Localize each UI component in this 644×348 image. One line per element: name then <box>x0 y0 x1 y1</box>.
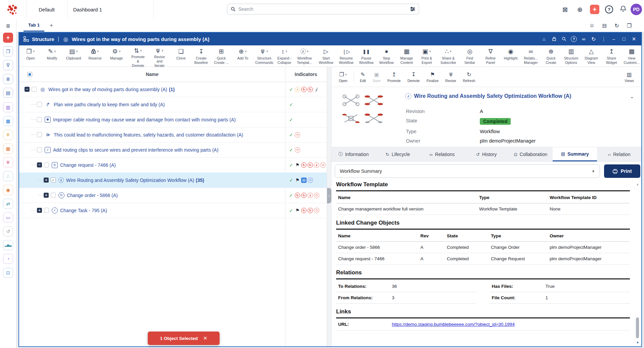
export-table-icon[interactable]: ⊠ <box>560 5 570 14</box>
search-window-icon[interactable] <box>561 35 567 43</box>
table-row[interactable]: + ✓ Change Task - 795 (A) ✓ ⚑ ↻ ↻ ◷ <box>19 203 327 218</box>
row-checkbox[interactable] <box>44 162 49 167</box>
row-checkbox-checked[interactable]: ✓ <box>51 178 56 183</box>
user-avatar[interactable]: PD <box>631 4 642 15</box>
tab-relations[interactable]: ∞Relations <box>420 147 464 161</box>
expand-collapse-button[interactable]: ↕∨Expand - Collapse <box>274 45 294 67</box>
create-baseline-button[interactable]: ↧Create Baseline <box>191 45 211 67</box>
sidebar-item-viewer[interactable]: ◉ <box>3 185 13 195</box>
quick-add-button[interactable]: + <box>590 5 599 14</box>
tab-collaboration[interactable]: ΩCollaboration <box>508 147 553 161</box>
table-row[interactable]: + ↻ Change order - 5866 (A) ✓ ↻ ↻ z ◷ <box>19 188 327 203</box>
close-icon[interactable]: ✕ <box>631 35 637 43</box>
open-button[interactable]: ❐∨Open <box>20 45 41 67</box>
table-row[interactable]: − ◎ Wires got in the way of moving parts… <box>19 82 327 97</box>
expand-toggle[interactable]: + <box>44 178 49 183</box>
reserve-button[interactable]: ∨Reserve <box>85 45 105 67</box>
indicators-column-header[interactable]: Indicators <box>285 67 327 82</box>
views-button[interactable]: ▥Views <box>622 70 637 84</box>
row-checkbox[interactable] <box>37 117 42 122</box>
quick-create-plus-button[interactable]: ⊕Quick Create <box>541 45 561 67</box>
tab-information[interactable]: ⓘInformation <box>331 147 376 161</box>
print-export-button[interactable]: ▣∨Print & Export <box>417 45 437 67</box>
pane-splitter[interactable]: › <box>327 67 331 346</box>
view-customization-button[interactable]: ▩View Customi... <box>622 45 642 67</box>
search-input[interactable]: Search <box>227 4 419 14</box>
highlight-button[interactable]: ◉Highlight <box>501 45 521 67</box>
window-layout-icon[interactable]: ❐ <box>625 22 634 30</box>
finalize-button[interactable]: ⚑Finalize <box>424 70 441 84</box>
toast-close-icon[interactable]: ✕ <box>203 335 208 341</box>
promote-button[interactable]: ↥Promote <box>385 70 404 84</box>
refresh-icon[interactable]: ↻ <box>612 22 621 30</box>
row-checkbox[interactable] <box>32 87 37 92</box>
diagram-view-button[interactable]: △Diagram View <box>581 45 601 67</box>
sidebar-item-chart[interactable]: ▂▅▃ <box>3 240 13 250</box>
tab-tab1[interactable]: Tab 1 <box>24 19 44 32</box>
collapse-detail-chevron-icon[interactable]: ⌄ <box>630 94 634 99</box>
table-row-selected[interactable]: + ✓ z Wire Routing and Assembly Safety O… <box>19 172 327 188</box>
sidebar-item-merge[interactable]: ⇄ <box>3 199 13 209</box>
share-widget-button[interactable]: ↥Share Widget <box>601 45 622 67</box>
tab-lifecycle[interactable]: ↻Lifecycle <box>376 147 420 161</box>
sidebar-item-board[interactable]: ▦ <box>3 144 13 154</box>
row-checkbox[interactable] <box>37 147 42 152</box>
scroll-up-arrow-icon[interactable]: ▲ <box>635 183 640 186</box>
sidebar-item-history[interactable]: ↺ <box>3 226 13 236</box>
relationship-manager-button[interactable]: ∞Relatio... Manager <box>521 45 541 67</box>
clipboard-button[interactable]: ▤∨Clipboard <box>63 45 84 67</box>
sidebar-item-notes[interactable]: ▤ <box>3 88 13 98</box>
quick-create-button[interactable]: ⊞Quick Create ... <box>211 45 231 67</box>
refresh-button[interactable]: ↻Refresh <box>460 70 478 84</box>
share-subscribe-button[interactable]: ∴∨Share & Subscribe <box>438 45 458 67</box>
workspace-switcher[interactable]: Default <box>26 0 67 19</box>
promote-demote-button[interactable]: ⇅∨Promote & Demote <box>128 45 148 67</box>
row-checkbox[interactable] <box>37 132 42 137</box>
scroll-down-arrow-icon[interactable]: ▼ <box>635 341 640 344</box>
sidebar-item-filter[interactable]: ∇ <box>3 60 13 70</box>
home-icon[interactable]: ⌂ <box>541 35 547 43</box>
sidebar-item-form[interactable]: ▥ <box>3 102 13 112</box>
revise-iterate-button[interactable]: ⋔∨Revise and Iterate <box>149 45 170 67</box>
row-checkbox[interactable] <box>44 208 49 213</box>
search-filter-icon[interactable] <box>410 7 415 11</box>
sidebar-item-list[interactable]: ≣ <box>3 74 13 84</box>
print-button[interactable]: Print <box>604 164 640 178</box>
link-icon[interactable]: ∞ <box>580 35 587 43</box>
scrollbar-thumb[interactable] <box>636 317 639 338</box>
name-column-header[interactable]: Name <box>19 67 285 82</box>
table-row[interactable]: ✓ Add routing clips to secure wires and … <box>19 142 327 158</box>
manage-button[interactable]: ⚙∨Manage <box>106 45 127 67</box>
demote-button[interactable]: ↧Demote <box>405 70 422 84</box>
sidebar-item-hierarchy[interactable]: ⋔ <box>3 130 13 140</box>
table-row[interactable]: ✱ Improper cable routing may cause wear … <box>19 112 327 127</box>
structure-options-button[interactable]: ▥Structure Options <box>561 45 581 67</box>
find-similar-button[interactable]: ◎Find Similar <box>460 45 480 67</box>
lock-icon[interactable] <box>551 35 557 43</box>
start-workflow-button[interactable]: ▷Start Workflow <box>316 45 336 67</box>
maximize-icon[interactable]: □ <box>620 35 627 43</box>
table-row[interactable]: ↱ Plan wire paths clearly to keep them s… <box>19 97 327 112</box>
tab-summary[interactable]: ▤Summary <box>553 147 597 161</box>
tab-history[interactable]: ↺History <box>464 147 509 161</box>
add-circle-icon[interactable]: ⊕ <box>575 5 585 14</box>
sidebar-item-card[interactable]: ▭ <box>3 212 13 223</box>
pause-workflow-button[interactable]: ❚❚Pause Workflow <box>356 45 376 67</box>
collapse-toggle[interactable]: − <box>37 162 42 167</box>
refine-panel-button[interactable]: ∇Refine Panel <box>480 45 501 67</box>
minimize-icon[interactable]: – <box>610 35 617 43</box>
expand-toggle[interactable]: + <box>44 193 49 198</box>
add-tab-button[interactable]: + <box>47 21 56 30</box>
workflow-template-button[interactable]: z∨Workflow Templat... <box>294 45 315 67</box>
edit-button[interactable]: ✎Edit <box>357 70 369 84</box>
table-row[interactable]: − ↻ Change request - 7466 (A) ✓ ⚑ ↻ ↻ z … <box>19 157 327 173</box>
stop-workflow-button[interactable]: ■Stop Workflow <box>376 45 397 67</box>
help-window-icon[interactable]: ? <box>571 36 577 42</box>
clone-button[interactable]: ❏Clone <box>171 45 191 67</box>
sidebar-add-button[interactable]: + <box>3 33 13 43</box>
manage-content-button[interactable]: ▦Manage Content <box>397 45 417 67</box>
row-checkbox[interactable] <box>51 193 56 198</box>
table-row[interactable]: ⋔ This could lead to malfunctioning feat… <box>19 127 327 143</box>
revise-button[interactable]: ⋔Revise <box>443 70 459 84</box>
sidebar-item-window[interactable]: ❐ <box>3 46 13 56</box>
